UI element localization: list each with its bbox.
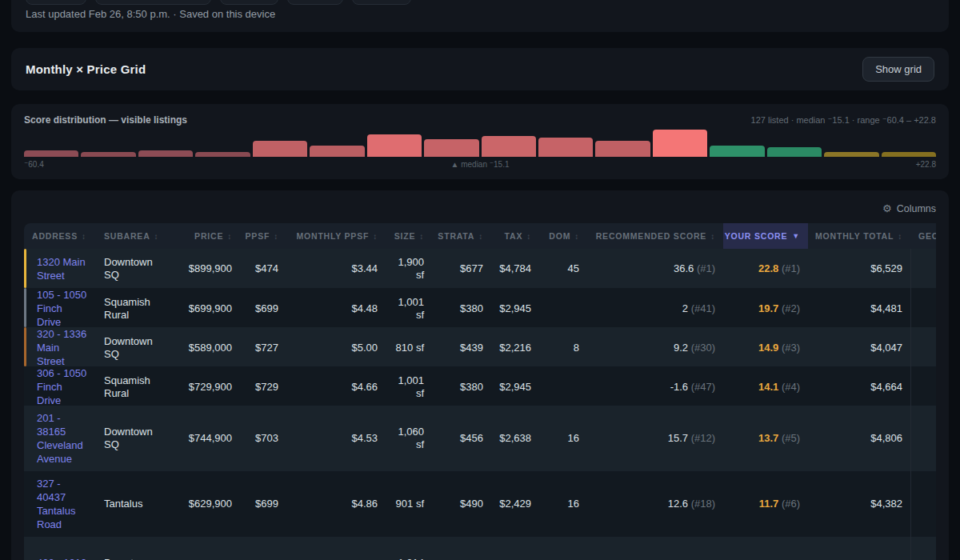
- column-header-ppsf[interactable]: PPSF↕: [240, 223, 286, 249]
- price-cell: $899,900: [166, 262, 240, 275]
- row-accent-bar: [24, 249, 26, 288]
- geo-cell: [910, 366, 936, 407]
- ppsf-cell: $474: [240, 262, 286, 275]
- tax-cell: $2,945: [491, 302, 539, 315]
- recommended-score-rank: (#12): [691, 432, 715, 444]
- monthly-total-cell: $4,382: [808, 498, 910, 510]
- table-row[interactable]: 201 - 38165 Cleveland AvenueDowntown SQ$…: [24, 406, 936, 471]
- size-cell: 1,001 sf: [386, 296, 432, 322]
- column-header-dom[interactable]: DOM↕: [539, 223, 587, 249]
- column-header-label: PRICE: [194, 231, 223, 241]
- column-header-label: ADDRESS: [32, 231, 78, 241]
- table-row[interactable]: 105 - 1050 Finch DriveSquamish Rural$699…: [24, 288, 936, 327]
- median-marker-label: ▲ median ⁻15.1: [24, 160, 936, 169]
- ppsf-cell: $729: [240, 381, 286, 394]
- listings-table-section: ⚙ Columns ADDRESS↕SUBAREA↕PRICE↕PPSF↕MON…: [11, 190, 949, 560]
- column-header-your_score[interactable]: YOUR SCORE▼: [723, 223, 808, 249]
- column-header-tax[interactable]: TAX↕: [491, 223, 539, 249]
- recommended-score-rank: (#18): [691, 498, 715, 510]
- geo-cell: [910, 537, 936, 560]
- column-header-monthly_ppsf[interactable]: MONTHLY PPSF↕: [286, 223, 386, 249]
- recommended-score-cell: 2 (#41): [587, 302, 723, 315]
- column-header-label: PPSF: [246, 231, 270, 241]
- column-header-label: MONTHLY TOTAL: [815, 231, 894, 241]
- your-score-rank: (#2): [782, 302, 800, 314]
- histogram-bar: [538, 138, 593, 157]
- your-score-value: 13.7: [758, 432, 782, 444]
- strata-cell: $380: [432, 302, 491, 315]
- your-score-value: 22.8: [758, 262, 782, 274]
- strata-cell: $677: [432, 262, 491, 275]
- table-row[interactable]: 306 - 1050 Finch DriveSquamish Rural$729…: [24, 366, 936, 406]
- recommended-score-value: 12.6: [668, 498, 691, 510]
- score-distribution-section: Score distribution — visible listings 12…: [11, 104, 949, 179]
- subarea-cell: Downtown SQ: [96, 557, 166, 560]
- address-link[interactable]: 1320 Main Street: [24, 255, 96, 282]
- address-link[interactable]: 306 - 1050 Finch Drive: [24, 366, 96, 407]
- sort-icon: ↕: [227, 232, 232, 241]
- column-header-label: SUBAREA: [104, 231, 150, 241]
- geo-cell: [910, 288, 936, 329]
- sort-icon: ↕: [478, 232, 483, 241]
- tax-cell: $2,216: [491, 342, 539, 354]
- column-header-geo[interactable]: GEO: [910, 223, 936, 249]
- your-score-cell: 11.7 (#6): [723, 498, 808, 510]
- column-header-rec_score[interactable]: RECOMMENDED SCORE↕: [587, 223, 723, 249]
- strata-cell: $380: [432, 381, 491, 394]
- column-header-price[interactable]: PRICE↕: [166, 223, 240, 249]
- subarea-cell: Downtown SQ: [96, 426, 166, 451]
- monthly-price-grid-section: Monthly × Price Grid Show grid: [11, 48, 949, 90]
- column-header-size[interactable]: SIZE↕: [386, 223, 432, 249]
- recommended-score-cell: 36.6 (#1): [587, 262, 723, 275]
- recommended-score-rank: (#41): [691, 302, 715, 314]
- address-link[interactable]: 105 - 1050 Finch Drive: [24, 288, 96, 329]
- your-score-value: 11.7: [759, 498, 782, 510]
- filter-chip[interactable]: [220, 0, 278, 5]
- your-score-value: 19.7: [758, 302, 782, 314]
- table-row[interactable]: 327 - 40437 Tantalus RoadTantalus$629,90…: [24, 471, 936, 537]
- recommended-score-value: 36.6: [674, 262, 697, 274]
- address-link[interactable]: 201 - 38165 Cleveland Avenue: [24, 411, 96, 466]
- sort-icon: ↕: [898, 232, 902, 241]
- filter-chip[interactable]: [26, 0, 86, 5]
- show-grid-button[interactable]: Show grid: [862, 57, 934, 82]
- price-cell: $744,900: [166, 432, 240, 445]
- subarea-cell: Squamish Rural: [96, 374, 166, 400]
- table-body: 1320 Main StreetDowntown SQ$899,900$474$…: [24, 249, 936, 560]
- size-cell: 1,001 sf: [386, 374, 432, 400]
- sort-icon: ↕: [710, 232, 715, 241]
- table-row[interactable]: 402 - 1310 VictoriaDowntown SQ$734,900$6…: [24, 537, 936, 560]
- filter-chip[interactable]: [95, 0, 211, 5]
- sort-icon: ↕: [373, 232, 378, 241]
- monthly-ppsf-cell: $4.48: [286, 302, 386, 315]
- address-link[interactable]: 320 - 1336 Main Street: [24, 327, 96, 368]
- address-link[interactable]: 402 - 1310 Victoria: [24, 556, 96, 560]
- strata-cell: $490: [432, 498, 491, 510]
- recommended-score-value: 15.7: [668, 432, 691, 444]
- table-row[interactable]: 1320 Main StreetDowntown SQ$899,900$474$…: [24, 249, 936, 288]
- filter-chip[interactable]: [352, 0, 411, 5]
- subarea-cell: Downtown SQ: [96, 256, 166, 282]
- address-link[interactable]: 327 - 40437 Tantalus Road: [24, 477, 96, 531]
- column-header-monthly_total[interactable]: MONTHLY TOTAL↕: [808, 223, 910, 249]
- filter-chip[interactable]: [287, 0, 343, 5]
- monthly-total-cell: $4,664: [808, 381, 910, 394]
- distribution-meta: 127 listed · median ⁻15.1 · range ⁻60.4 …: [751, 115, 936, 126]
- monthly-ppsf-cell: $4.86: [286, 498, 386, 510]
- recommended-score-value: -1.6: [670, 381, 691, 393]
- row-accent-bar: [24, 327, 26, 366]
- column-header-address[interactable]: ADDRESS↕: [24, 223, 96, 249]
- histogram-bar: [138, 150, 193, 157]
- monthly-total-cell: $4,806: [808, 432, 910, 445]
- column-header-strata[interactable]: STRATA↕: [432, 223, 491, 249]
- histogram-bar: [253, 141, 307, 157]
- recommended-score-rank: (#30): [691, 342, 715, 354]
- column-header-subarea[interactable]: SUBAREA↕: [96, 223, 166, 249]
- table-row[interactable]: 320 - 1336 Main StreetDowntown SQ$589,00…: [24, 327, 936, 366]
- columns-button[interactable]: ⚙ Columns: [24, 190, 936, 223]
- your-score-value: 14.1: [758, 381, 782, 393]
- tax-cell: $2,429: [491, 498, 539, 510]
- histogram-bar: [882, 152, 936, 157]
- price-cell: $699,900: [166, 302, 240, 315]
- sort-icon: ↕: [419, 232, 424, 241]
